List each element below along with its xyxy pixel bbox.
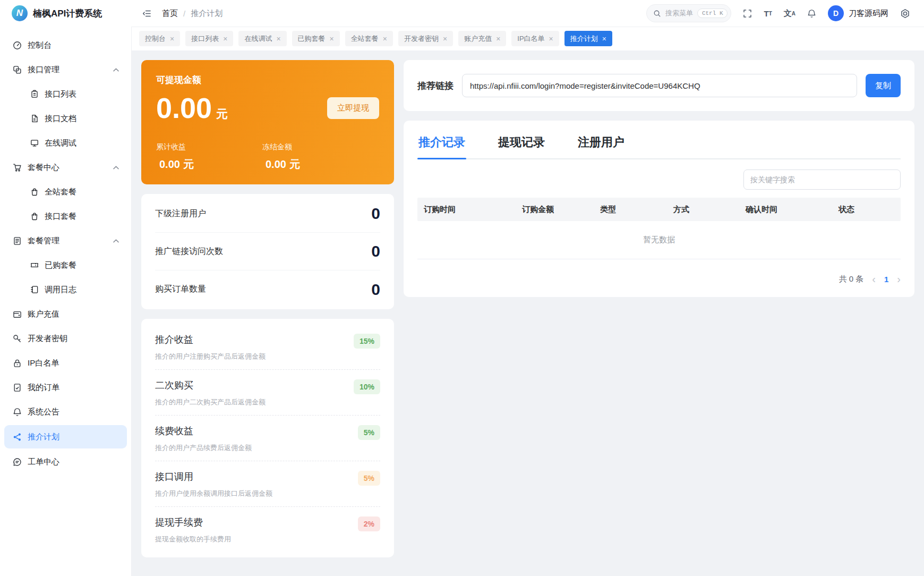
stat-value: 0: [371, 242, 380, 260]
close-icon[interactable]: ×: [496, 35, 500, 43]
col-method: 方式: [667, 205, 739, 215]
tab-withdrawal-records[interactable]: 提现记录: [497, 123, 546, 158]
rate-badge: 15%: [354, 334, 380, 349]
sidebar-item-referral-plan[interactable]: 推介计划: [4, 425, 127, 448]
referral-link-card: 推荐链接 复制: [404, 60, 914, 111]
tab-online-debug[interactable]: 在线调试×: [238, 31, 286, 46]
top-header: 首页 / 推介计划 搜索菜单 Ctrl K TT 文A D 刀客源码网: [132, 0, 924, 27]
close-icon[interactable]: ×: [276, 35, 280, 43]
fullscreen-icon[interactable]: [743, 9, 752, 18]
sidebar: 控制台 接口管理 接口列表 接口文档 在线调试 套餐中心 全站套餐 接口套餐 套…: [0, 27, 132, 576]
main-area: 控制台× 接口列表× 在线调试× 已购套餐× 全站套餐× 开发者密钥× 账户充值…: [132, 27, 924, 576]
translate-icon[interactable]: 文A: [784, 9, 795, 19]
referral-stats-card: 下级注册用户0 推广链接访问次数0 购买订单数量0: [141, 194, 394, 309]
user-name: 刀客源码网: [849, 9, 888, 19]
lock-icon: [14, 360, 20, 367]
close-icon[interactable]: ×: [602, 35, 606, 43]
col-confirm-time: 确认时间: [739, 205, 832, 215]
close-icon[interactable]: ×: [443, 35, 447, 43]
empty-state: 暂无数据: [417, 221, 901, 259]
sidebar-group-api-management[interactable]: 接口管理: [0, 57, 131, 82]
tab-referral-records[interactable]: 推介记录: [417, 123, 466, 158]
menu-search-trigger[interactable]: 搜索菜单 Ctrl K: [646, 4, 732, 22]
sidebar-item-ticket-center[interactable]: 工单中心: [0, 450, 131, 474]
close-icon[interactable]: ×: [170, 35, 174, 43]
withdraw-now-button[interactable]: 立即提现: [327, 97, 379, 119]
rate-badge: 2%: [358, 516, 380, 531]
sidebar-item-system-announcements[interactable]: 系统公告: [0, 400, 131, 424]
wallet-title: 可提现金额: [156, 74, 379, 86]
chat-icon: [14, 459, 21, 465]
tab-referral-plan[interactable]: 推介计划×: [564, 31, 612, 46]
sidebar-item-api-packages[interactable]: 接口套餐: [0, 204, 131, 228]
sidebar-item-account-recharge[interactable]: 账户充值: [0, 302, 131, 326]
col-order-time: 订购时间: [417, 205, 516, 215]
tab-ip-whitelist[interactable]: IP白名单×: [511, 31, 559, 46]
sidebar-item-online-debug[interactable]: 在线调试: [0, 131, 131, 155]
pagination: 共 0 条 ‹ 1 ›: [417, 274, 901, 284]
sidebar-collapse-icon[interactable]: [142, 9, 151, 18]
tab-account-recharge[interactable]: 账户充值×: [458, 31, 506, 46]
monitor-icon: [31, 140, 38, 146]
clipboard-icon: [32, 90, 37, 97]
commission-rates-card: 推介收益推介的用户注册购买产品后返佣金额 15% 二次购买推介的用户二次购买产品…: [141, 319, 394, 557]
api-icon: [14, 66, 21, 73]
table-header-row: 订购时间 订购金额 类型 方式 确认时间 状态: [417, 198, 901, 221]
sidebar-item-site-packages[interactable]: 全站套餐: [0, 180, 131, 204]
doc-list-icon: [14, 237, 20, 244]
sidebar-group-package-center[interactable]: 套餐中心: [0, 155, 131, 180]
sidebar-group-package-management[interactable]: 套餐管理: [0, 228, 131, 253]
gauge-icon: [14, 41, 21, 48]
breadcrumb-home[interactable]: 首页: [162, 9, 178, 19]
sidebar-item-developer-keys[interactable]: 开发者密钥: [0, 326, 131, 351]
cart-icon: [14, 164, 21, 171]
commission-item-referral-earnings: 推介收益推介的用户注册购买产品后返佣金额 15%: [155, 324, 380, 370]
user-menu[interactable]: D 刀客源码网: [828, 5, 888, 21]
tab-developer-keys[interactable]: 开发者密钥×: [398, 31, 453, 46]
withdrawable-balance-card: 可提现金额 0.00元 立即提现 累计收益 0.00元 冻结金额 0.00元: [141, 60, 394, 184]
sidebar-item-ip-whitelist[interactable]: IP白名单: [0, 351, 131, 375]
sidebar-item-purchased-packages[interactable]: 已购套餐: [0, 253, 131, 277]
settings-gear-icon[interactable]: [900, 9, 910, 19]
search-placeholder-text: 搜索菜单: [665, 9, 693, 18]
commission-item-withdrawal-fee: 提现手续费提现金额收取的手续费用 2%: [155, 507, 380, 552]
tab-dashboard[interactable]: 控制台×: [139, 31, 180, 46]
bag-icon: [32, 189, 37, 195]
app-logo-icon: N: [12, 5, 28, 21]
prev-page-icon[interactable]: ‹: [872, 274, 876, 284]
keyword-search-input[interactable]: [743, 170, 901, 190]
sidebar-item-call-logs[interactable]: 调用日志: [0, 277, 131, 302]
notification-bell-icon[interactable]: [807, 9, 816, 18]
tab-site-packages[interactable]: 全站套餐×: [345, 31, 393, 46]
commission-item-api-calls: 接口调用推介用户使用余额调用接口后返佣金额 5%: [155, 461, 380, 507]
page-number[interactable]: 1: [884, 275, 888, 284]
app-window: N 楠枫API计费系统 首页 / 推介计划 搜索菜单 Ctrl K TT 文A …: [0, 0, 924, 576]
app-title: 楠枫API计费系统: [33, 7, 102, 20]
referral-link-input[interactable]: [462, 74, 857, 97]
referral-link-label: 推荐链接: [417, 80, 454, 92]
stat-row-registered-users: 下级注册用户0: [155, 195, 380, 233]
withdrawable-amount: 0.00元: [156, 94, 228, 122]
chevron-up-icon: [112, 236, 121, 245]
close-icon[interactable]: ×: [223, 35, 227, 43]
sidebar-item-api-list[interactable]: 接口列表: [0, 82, 131, 106]
breadcrumb: 首页 / 推介计划: [162, 9, 223, 19]
tab-registered-users[interactable]: 注册用户: [577, 123, 626, 158]
copy-button[interactable]: 复制: [866, 74, 901, 97]
tab-purchased-packages[interactable]: 已购套餐×: [292, 31, 340, 46]
close-icon[interactable]: ×: [383, 35, 387, 43]
sidebar-item-my-orders[interactable]: 我的订单: [0, 375, 131, 400]
sidebar-item-dashboard[interactable]: 控制台: [0, 33, 131, 57]
search-shortcut-badge: Ctrl K: [697, 9, 728, 18]
avatar: D: [828, 5, 844, 21]
close-icon[interactable]: ×: [330, 35, 334, 43]
close-icon[interactable]: ×: [549, 35, 553, 43]
next-page-icon[interactable]: ›: [897, 274, 901, 284]
font-size-icon[interactable]: TT: [764, 9, 772, 18]
bag-icon: [32, 213, 37, 219]
sidebar-item-api-docs[interactable]: 接口文档: [0, 106, 131, 131]
share-icon: [14, 433, 21, 441]
tab-api-list[interactable]: 接口列表×: [185, 31, 233, 46]
stat-row-purchase-orders: 购买订单数量0: [155, 270, 380, 308]
ticket-icon: [31, 264, 38, 267]
